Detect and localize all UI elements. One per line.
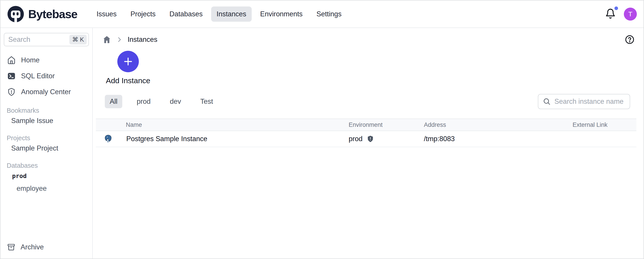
bytebase-logo[interactable]: Bytebase	[7, 5, 77, 22]
environment-cell: prod	[349, 135, 424, 143]
column-header-external-link: External Link	[572, 121, 636, 128]
search-shortcut-badge: ⌘ K	[70, 35, 87, 44]
breadcrumb: Instances	[93, 28, 644, 46]
sidebar-search[interactable]: ⌘ K	[4, 33, 89, 46]
nav-item-projects[interactable]: Projects	[125, 6, 161, 22]
main-nav: Issues Projects Databases Instances Envi…	[91, 6, 347, 22]
plus-icon	[122, 56, 134, 67]
nav-item-issues[interactable]: Issues	[91, 6, 122, 22]
postgres-icon	[104, 134, 113, 144]
nav-item-instances[interactable]: Instances	[211, 6, 252, 22]
sidebar-section-projects: Projects	[0, 134, 92, 142]
nav-item-databases[interactable]: Databases	[164, 6, 208, 22]
table-header: Name Environment Address External Link	[96, 119, 636, 131]
environment-tabs: All prod dev Test	[105, 95, 218, 108]
breadcrumb-home-icon[interactable]	[102, 35, 111, 44]
instances-table: Name Environment Address External Link P…	[96, 119, 636, 147]
sidebar-item-label: Home	[21, 56, 40, 64]
add-instance-button[interactable]: Add Instance	[103, 51, 153, 85]
instance-name: Postgres Sample Instance	[126, 135, 207, 143]
sidebar-env-prod[interactable]: prod	[0, 169, 92, 182]
terminal-icon	[7, 72, 16, 80]
sidebar: ⌘ K Home	[0, 28, 93, 259]
sidebar-item-home[interactable]: Home	[0, 52, 92, 68]
topbar-right: T	[605, 7, 637, 20]
sidebar-item-label: SQL Editor	[21, 72, 55, 80]
table-row[interactable]: Postgres Sample Instance prod /tmp:8083	[96, 131, 636, 147]
sidebar-search-input[interactable]	[8, 35, 70, 44]
address-cell: /tmp:8083	[424, 135, 572, 143]
bytebase-logo-icon	[7, 5, 24, 22]
main-content: Instances Add Instance Al	[93, 28, 644, 259]
notifications-button[interactable]	[605, 8, 616, 20]
instance-name-cell: Postgres Sample Instance	[96, 134, 349, 144]
sidebar-db-employee[interactable]: employee	[0, 182, 92, 195]
shield-protected-icon	[366, 135, 374, 143]
help-button[interactable]	[625, 35, 634, 44]
instance-search[interactable]	[538, 94, 630, 109]
search-icon	[543, 97, 551, 106]
top-navigation-bar: Bytebase Issues Projects Databases Insta…	[0, 0, 644, 28]
sidebar-item-sample-project[interactable]: Sample Project	[0, 142, 92, 155]
sidebar-section-bookmarks: Bookmarks	[0, 107, 92, 114]
breadcrumb-current: Instances	[128, 35, 158, 44]
column-header-address: Address	[424, 121, 572, 128]
notification-dot	[614, 5, 619, 11]
sidebar-item-sample-issue[interactable]: Sample Issue	[0, 114, 92, 127]
archive-icon	[7, 243, 15, 251]
sidebar-item-label: Archive	[20, 243, 44, 251]
chevron-right-icon	[116, 36, 123, 43]
column-header-name: Name	[96, 121, 349, 128]
user-avatar[interactable]: T	[624, 7, 637, 20]
nav-item-settings[interactable]: Settings	[311, 6, 347, 22]
tab-test[interactable]: Test	[195, 95, 218, 108]
nav-item-environments[interactable]: Environments	[255, 6, 308, 22]
tab-all[interactable]: All	[105, 95, 122, 108]
sidebar-item-label: Anomaly Center	[21, 88, 71, 96]
bytebase-app: Bytebase Issues Projects Databases Insta…	[0, 0, 644, 259]
sidebar-item-sql-editor[interactable]: SQL Editor	[0, 68, 92, 84]
home-icon	[7, 56, 16, 64]
brand-name: Bytebase	[28, 7, 77, 21]
shield-alert-icon	[7, 88, 16, 96]
sidebar-item-anomaly-center[interactable]: Anomaly Center	[0, 84, 92, 100]
instance-search-input[interactable]	[554, 97, 625, 106]
sidebar-item-archive[interactable]: Archive	[0, 240, 92, 255]
sidebar-section-databases: Databases	[0, 162, 92, 169]
tab-prod[interactable]: prod	[132, 95, 156, 108]
filter-row: All prod dev Test	[93, 94, 644, 109]
column-header-environment: Environment	[349, 121, 424, 128]
add-instance-circle[interactable]	[117, 51, 139, 72]
sidebar-nav: Home SQL Editor	[0, 52, 92, 100]
tab-dev[interactable]: dev	[165, 95, 186, 108]
environment-name: prod	[349, 135, 362, 143]
add-instance-label: Add Instance	[106, 76, 150, 85]
